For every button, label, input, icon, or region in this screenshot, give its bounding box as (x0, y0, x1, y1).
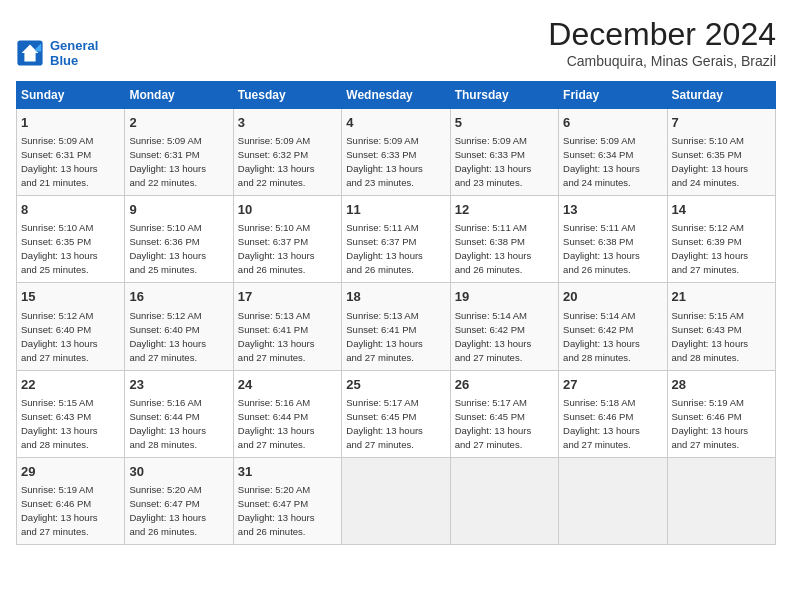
day-cell (342, 457, 450, 544)
day-cell (450, 457, 558, 544)
day-cell (667, 457, 775, 544)
week-row-5: 29Sunrise: 5:19 AM Sunset: 6:46 PM Dayli… (17, 457, 776, 544)
header-friday: Friday (559, 82, 667, 109)
day-cell: 3Sunrise: 5:09 AM Sunset: 6:32 PM Daylig… (233, 109, 341, 196)
day-info: Sunrise: 5:14 AM Sunset: 6:42 PM Dayligh… (563, 310, 640, 363)
day-info: Sunrise: 5:14 AM Sunset: 6:42 PM Dayligh… (455, 310, 532, 363)
day-number: 8 (21, 201, 120, 219)
day-info: Sunrise: 5:10 AM Sunset: 6:35 PM Dayligh… (672, 135, 749, 188)
day-number: 21 (672, 288, 771, 306)
header-wednesday: Wednesday (342, 82, 450, 109)
day-number: 7 (672, 114, 771, 132)
day-info: Sunrise: 5:13 AM Sunset: 6:41 PM Dayligh… (346, 310, 423, 363)
logo-line1: General (50, 38, 98, 53)
day-number: 1 (21, 114, 120, 132)
day-info: Sunrise: 5:09 AM Sunset: 6:33 PM Dayligh… (346, 135, 423, 188)
day-cell: 13Sunrise: 5:11 AM Sunset: 6:38 PM Dayli… (559, 196, 667, 283)
day-info: Sunrise: 5:15 AM Sunset: 6:43 PM Dayligh… (672, 310, 749, 363)
week-row-3: 15Sunrise: 5:12 AM Sunset: 6:40 PM Dayli… (17, 283, 776, 370)
header-row: SundayMondayTuesdayWednesdayThursdayFrid… (17, 82, 776, 109)
day-info: Sunrise: 5:11 AM Sunset: 6:38 PM Dayligh… (455, 222, 532, 275)
day-info: Sunrise: 5:12 AM Sunset: 6:39 PM Dayligh… (672, 222, 749, 275)
day-cell: 7Sunrise: 5:10 AM Sunset: 6:35 PM Daylig… (667, 109, 775, 196)
header-tuesday: Tuesday (233, 82, 341, 109)
day-cell: 6Sunrise: 5:09 AM Sunset: 6:34 PM Daylig… (559, 109, 667, 196)
day-number: 9 (129, 201, 228, 219)
day-number: 28 (672, 376, 771, 394)
day-number: 12 (455, 201, 554, 219)
day-info: Sunrise: 5:09 AM Sunset: 6:33 PM Dayligh… (455, 135, 532, 188)
top-area: General Blue December 2024 Cambuquira, M… (16, 16, 776, 73)
day-info: Sunrise: 5:11 AM Sunset: 6:37 PM Dayligh… (346, 222, 423, 275)
day-info: Sunrise: 5:18 AM Sunset: 6:46 PM Dayligh… (563, 397, 640, 450)
header-sunday: Sunday (17, 82, 125, 109)
day-cell (559, 457, 667, 544)
day-info: Sunrise: 5:19 AM Sunset: 6:46 PM Dayligh… (672, 397, 749, 450)
day-number: 22 (21, 376, 120, 394)
day-info: Sunrise: 5:10 AM Sunset: 6:36 PM Dayligh… (129, 222, 206, 275)
day-number: 24 (238, 376, 337, 394)
day-number: 26 (455, 376, 554, 394)
day-number: 3 (238, 114, 337, 132)
day-cell: 8Sunrise: 5:10 AM Sunset: 6:35 PM Daylig… (17, 196, 125, 283)
day-info: Sunrise: 5:10 AM Sunset: 6:37 PM Dayligh… (238, 222, 315, 275)
day-info: Sunrise: 5:13 AM Sunset: 6:41 PM Dayligh… (238, 310, 315, 363)
logo-text: General Blue (50, 38, 98, 69)
day-cell: 14Sunrise: 5:12 AM Sunset: 6:39 PM Dayli… (667, 196, 775, 283)
week-row-4: 22Sunrise: 5:15 AM Sunset: 6:43 PM Dayli… (17, 370, 776, 457)
day-number: 20 (563, 288, 662, 306)
day-info: Sunrise: 5:09 AM Sunset: 6:34 PM Dayligh… (563, 135, 640, 188)
day-number: 14 (672, 201, 771, 219)
header-monday: Monday (125, 82, 233, 109)
day-cell: 2Sunrise: 5:09 AM Sunset: 6:31 PM Daylig… (125, 109, 233, 196)
day-cell: 31Sunrise: 5:20 AM Sunset: 6:47 PM Dayli… (233, 457, 341, 544)
day-cell: 27Sunrise: 5:18 AM Sunset: 6:46 PM Dayli… (559, 370, 667, 457)
day-number: 29 (21, 463, 120, 481)
day-number: 5 (455, 114, 554, 132)
day-info: Sunrise: 5:09 AM Sunset: 6:32 PM Dayligh… (238, 135, 315, 188)
day-info: Sunrise: 5:17 AM Sunset: 6:45 PM Dayligh… (455, 397, 532, 450)
logo: General Blue (16, 38, 98, 69)
day-number: 27 (563, 376, 662, 394)
header-saturday: Saturday (667, 82, 775, 109)
header-thursday: Thursday (450, 82, 558, 109)
day-info: Sunrise: 5:09 AM Sunset: 6:31 PM Dayligh… (21, 135, 98, 188)
day-number: 13 (563, 201, 662, 219)
day-cell: 24Sunrise: 5:16 AM Sunset: 6:44 PM Dayli… (233, 370, 341, 457)
day-number: 23 (129, 376, 228, 394)
day-number: 11 (346, 201, 445, 219)
month-title: December 2024 (548, 16, 776, 53)
day-cell: 21Sunrise: 5:15 AM Sunset: 6:43 PM Dayli… (667, 283, 775, 370)
day-cell: 22Sunrise: 5:15 AM Sunset: 6:43 PM Dayli… (17, 370, 125, 457)
day-number: 25 (346, 376, 445, 394)
day-cell: 1Sunrise: 5:09 AM Sunset: 6:31 PM Daylig… (17, 109, 125, 196)
day-number: 2 (129, 114, 228, 132)
day-cell: 4Sunrise: 5:09 AM Sunset: 6:33 PM Daylig… (342, 109, 450, 196)
day-cell: 18Sunrise: 5:13 AM Sunset: 6:41 PM Dayli… (342, 283, 450, 370)
location: Cambuquira, Minas Gerais, Brazil (548, 53, 776, 69)
day-number: 17 (238, 288, 337, 306)
day-cell: 10Sunrise: 5:10 AM Sunset: 6:37 PM Dayli… (233, 196, 341, 283)
day-cell: 15Sunrise: 5:12 AM Sunset: 6:40 PM Dayli… (17, 283, 125, 370)
title-section: December 2024 Cambuquira, Minas Gerais, … (548, 16, 776, 69)
day-info: Sunrise: 5:12 AM Sunset: 6:40 PM Dayligh… (21, 310, 98, 363)
day-number: 16 (129, 288, 228, 306)
day-cell: 9Sunrise: 5:10 AM Sunset: 6:36 PM Daylig… (125, 196, 233, 283)
day-cell: 5Sunrise: 5:09 AM Sunset: 6:33 PM Daylig… (450, 109, 558, 196)
day-info: Sunrise: 5:11 AM Sunset: 6:38 PM Dayligh… (563, 222, 640, 275)
day-info: Sunrise: 5:15 AM Sunset: 6:43 PM Dayligh… (21, 397, 98, 450)
day-number: 31 (238, 463, 337, 481)
day-info: Sunrise: 5:16 AM Sunset: 6:44 PM Dayligh… (129, 397, 206, 450)
day-cell: 16Sunrise: 5:12 AM Sunset: 6:40 PM Dayli… (125, 283, 233, 370)
day-cell: 28Sunrise: 5:19 AM Sunset: 6:46 PM Dayli… (667, 370, 775, 457)
day-cell: 30Sunrise: 5:20 AM Sunset: 6:47 PM Dayli… (125, 457, 233, 544)
day-info: Sunrise: 5:19 AM Sunset: 6:46 PM Dayligh… (21, 484, 98, 537)
day-info: Sunrise: 5:20 AM Sunset: 6:47 PM Dayligh… (129, 484, 206, 537)
day-info: Sunrise: 5:09 AM Sunset: 6:31 PM Dayligh… (129, 135, 206, 188)
logo-icon (16, 39, 44, 67)
day-info: Sunrise: 5:12 AM Sunset: 6:40 PM Dayligh… (129, 310, 206, 363)
day-info: Sunrise: 5:10 AM Sunset: 6:35 PM Dayligh… (21, 222, 98, 275)
day-number: 4 (346, 114, 445, 132)
week-row-2: 8Sunrise: 5:10 AM Sunset: 6:35 PM Daylig… (17, 196, 776, 283)
logo-line2: Blue (50, 53, 78, 68)
